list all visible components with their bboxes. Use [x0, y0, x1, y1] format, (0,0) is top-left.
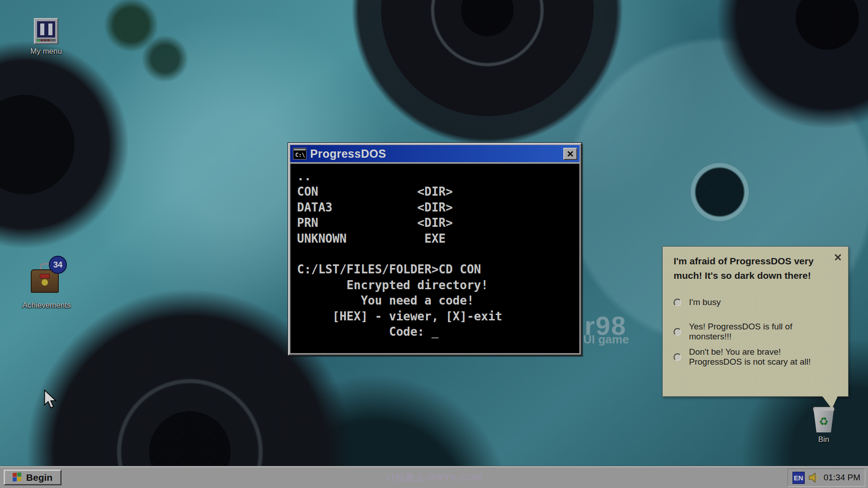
desktop-icon-bin[interactable]: ♻ Bin	[806, 407, 842, 444]
dos-console[interactable]: .. CON <DIR> DATA3 <DIR> PRN <DIR> UNKNO…	[290, 164, 580, 353]
language-indicator[interactable]: EN	[793, 472, 805, 484]
achievements-label: Achievements	[23, 301, 71, 310]
balloon-title: I'm afraid of ProgressDOS very much! It'…	[674, 254, 823, 283]
balloon-option-monsters[interactable]: Yes! ProgressDOS is full of monsters!!!	[674, 322, 839, 342]
achievements-badge: 34	[49, 256, 67, 274]
close-icon	[567, 150, 574, 157]
console-line: C:/LST/FILES/FOLDER>CD CON	[297, 262, 576, 277]
close-icon	[834, 253, 842, 261]
window-title: ProgressDOS	[310, 147, 560, 160]
console-line: Encrypted directory!	[297, 277, 576, 293]
achievements-icon: 34	[26, 257, 67, 298]
my-menu-icon	[34, 18, 58, 44]
wallpaper-text-small: UI game	[583, 333, 629, 345]
my-menu-label: My menu	[30, 47, 62, 56]
windows-flag-icon	[13, 472, 22, 482]
system-tray: EN 01:34 PM	[788, 469, 865, 487]
console-line: DATA3 <DIR>	[297, 200, 576, 215]
bin-label: Bin	[818, 435, 830, 444]
assistant-balloon: I'm afraid of ProgressDOS very much! It'…	[662, 246, 849, 397]
recycle-bin-icon: ♻	[812, 411, 835, 432]
console-line: PRN <DIR>	[297, 215, 576, 230]
mouse-cursor	[43, 389, 59, 408]
console-line: You need a code!	[297, 293, 576, 308]
console-line	[297, 246, 576, 262]
ms-dos-icon: C:\	[293, 148, 307, 160]
recycle-symbol-icon: ♻	[819, 416, 829, 427]
clock[interactable]: 01:34 PM	[824, 473, 860, 483]
begin-label: Begin	[26, 472, 52, 483]
radio-icon	[674, 299, 681, 306]
balloon-option-im-busy[interactable]: I'm busy	[674, 297, 839, 307]
close-button[interactable]	[563, 148, 577, 160]
text-cursor: _	[431, 325, 439, 338]
window-title-bar[interactable]: C:\ ProgressDOS	[290, 145, 580, 162]
balloon-close-button[interactable]	[833, 252, 843, 262]
progressdos-window: C:\ ProgressDOS .. CON <DIR> DATA3 <DIR>…	[288, 143, 582, 356]
radio-icon	[674, 328, 681, 336]
console-line: UNKNOWN EXE	[297, 231, 576, 246]
console-line: CON <DIR>	[297, 184, 576, 199]
console-code-line[interactable]: Code: _	[297, 324, 576, 339]
watermark-text: IT玩意儿·HWYX.COM	[387, 472, 482, 484]
begin-button[interactable]: Begin	[4, 469, 61, 485]
desktop-icon-my-menu[interactable]: My menu	[19, 18, 73, 56]
console-line: [HEX] - viewer, [X]-exit	[297, 309, 576, 324]
balloon-option-brave[interactable]: Don't be! You are brave! ProgressDOS is …	[674, 347, 839, 367]
radio-icon	[674, 353, 681, 361]
console-line: ..	[297, 169, 576, 184]
desktop-icon-achievements[interactable]: 34 Achievements	[15, 257, 78, 310]
speaker-icon[interactable]	[809, 473, 820, 483]
